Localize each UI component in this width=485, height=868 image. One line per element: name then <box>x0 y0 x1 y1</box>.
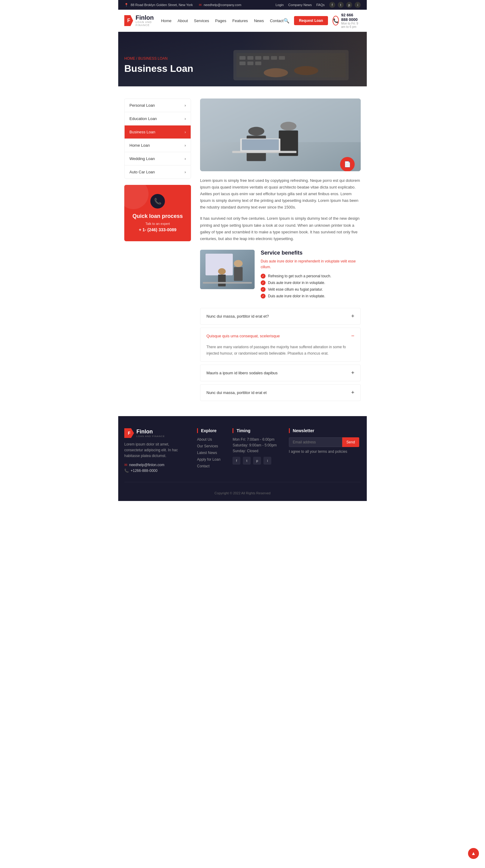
nav-features[interactable]: Features <box>233 19 248 23</box>
newsletter-email-input[interactable] <box>289 437 342 447</box>
service-benefits: Service benefits Duis aute irure dolor i… <box>200 250 361 300</box>
footer-link-contact[interactable]: Contact <box>197 464 220 468</box>
cta-title: Quick loan process <box>130 213 185 219</box>
footer-link-apply-loan[interactable]: Apply for Loan <box>197 457 220 462</box>
instagram-icon[interactable]: i <box>355 2 361 8</box>
footer-timing: Timing Mon Fri: 7:00am - 6:00pm Saturday… <box>233 428 276 474</box>
breadcrumb-separator: / <box>136 56 138 61</box>
logo[interactable]: F Finlon LOAN AND FINANCE <box>124 14 161 27</box>
main-paragraph-2: It has survived not only five centuries.… <box>200 215 361 242</box>
nav-pages[interactable]: Pages <box>215 19 226 23</box>
svg-point-27 <box>218 268 225 275</box>
sidebar-item-wedding-loan[interactable]: Wedding Loan › <box>125 152 191 165</box>
sidebar-cta: 📞 Quick loan process Talk to an expert +… <box>124 185 191 241</box>
main-content: Personal Loan › Education Loan › Busines… <box>118 86 367 416</box>
chevron-right-icon: › <box>185 157 186 161</box>
main-image-inner <box>200 98 361 171</box>
footer-timing-title: Timing <box>233 428 276 433</box>
main-image: 📄 <box>200 98 361 171</box>
check-icon-2: ✓ <box>261 280 266 285</box>
benefit-item-2: ✓ Duis aute irure dolor in in voluptate. <box>261 280 361 285</box>
footer-link-our-services[interactable]: Our Services <box>197 444 220 448</box>
footer-desc: Lorem ipsum dolor sit amet, consectetur … <box>124 441 185 459</box>
footer-logo-text: Finlon LOAN AND FINANCE <box>137 429 165 438</box>
nav-about[interactable]: About <box>178 19 188 23</box>
phone-block: 📞 92 666 888 0000 Mon to Fri: 9 am to 6 … <box>333 13 361 29</box>
footer-newsletter-title: Newsletter <box>289 428 359 433</box>
footer-facebook-icon[interactable]: f <box>233 457 240 465</box>
check-icon-4: ✓ <box>261 294 266 299</box>
footer-link-latest-news[interactable]: Latest News <box>197 451 220 455</box>
topbar-faqs[interactable]: FAQs <box>316 3 325 7</box>
benefits-desc: Duis aute irure dolor in reprehenderit i… <box>261 258 361 270</box>
hero-content: HOME / BUSINESS LOAN Business Loan <box>124 56 361 74</box>
sidebar-item-auto-car-loan[interactable]: Auto Car Loan › <box>125 165 191 179</box>
accordion-header-2[interactable]: Quisque quis urna consequat, scelerisque… <box>200 328 360 344</box>
benefits-title: Service benefits <box>261 250 361 256</box>
sidebar-item-personal-loan[interactable]: Personal Loan › <box>125 99 191 112</box>
search-button[interactable]: 🔍 <box>283 18 290 24</box>
footer-twitter-icon[interactable]: t <box>243 457 251 465</box>
chevron-right-icon: › <box>185 170 186 174</box>
accordion-toggle-1[interactable]: + <box>351 313 354 319</box>
footer-instagram-icon[interactable]: i <box>264 457 271 465</box>
benefit-item-3: ✓ Velit esse cillum eu fugiat pariatur. <box>261 287 361 292</box>
footer-timing-sunday: Sunday: Closed <box>233 449 276 453</box>
newsletter-input-group: Send <box>289 437 359 447</box>
topbar-company-news[interactable]: Company News <box>288 3 312 7</box>
email-icon: ✉ <box>124 463 127 467</box>
topbar-social: f t p i <box>329 2 361 8</box>
phone-text: 92 666 888 0000 Mon to Fri: 9 am to 6 pm <box>341 13 361 29</box>
accordion-item-3: Mauris a ipsum id libero sodales dapibus… <box>200 365 361 381</box>
breadcrumb-home[interactable]: HOME <box>124 56 135 61</box>
logo-icon: F <box>124 15 133 26</box>
newsletter-send-button[interactable]: Send <box>342 437 359 447</box>
footer-logo-icon: F <box>124 428 134 438</box>
benefits-image <box>200 250 254 289</box>
cta-phone[interactable]: + 1- (246) 333-0089 <box>130 227 185 232</box>
footer: F Finlon LOAN AND FINANCE Lorem ipsum do… <box>118 416 367 501</box>
sidebar-item-education-loan[interactable]: Education Loan › <box>125 112 191 125</box>
footer-bottom: Copyright © 2022 All Rights Reserved <box>124 488 361 495</box>
topbar-login[interactable]: Login <box>276 3 284 7</box>
svg-rect-29 <box>203 282 252 283</box>
topbar-address: 📍 88 Road Broklyn Golden Street, New Yor… <box>124 3 193 7</box>
nav-news[interactable]: News <box>254 19 264 23</box>
sidebar-menu: Personal Loan › Education Loan › Busines… <box>124 98 191 179</box>
footer-contact-email: ✉ needhelp@finlon.com <box>124 463 185 467</box>
accordion: Nunc dui massa, porttitor id erat et? + … <box>200 308 361 401</box>
footer-brand: F Finlon LOAN AND FINANCE Lorem ipsum do… <box>124 428 185 474</box>
breadcrumb: HOME / BUSINESS LOAN <box>124 56 361 61</box>
svg-point-18 <box>280 122 297 131</box>
hero-section: HOME / BUSINESS LOAN Business Loan <box>118 32 367 86</box>
benefit-item-4: ✓ Duis aute irure dolor in in voluptate. <box>261 294 361 299</box>
nav-home[interactable]: Home <box>161 19 172 23</box>
accordion-toggle-2[interactable]: − <box>351 333 354 339</box>
footer-pinterest-icon[interactable]: p <box>253 457 261 465</box>
twitter-icon[interactable]: t <box>338 2 344 8</box>
request-loan-button[interactable]: Request Loan <box>294 16 328 25</box>
accordion-header-4[interactable]: Nunc dui massa, porttitor id erat et + <box>200 384 360 401</box>
facebook-icon[interactable]: f <box>329 2 335 8</box>
phone-cta-icon: 📞 <box>150 194 165 209</box>
sidebar-item-home-loan[interactable]: Home Loan › <box>125 139 191 152</box>
footer-link-about-us[interactable]: About Us <box>197 437 220 441</box>
nav-contact[interactable]: Contact <box>270 19 283 23</box>
check-icon-3: ✓ <box>261 287 266 292</box>
accordion-header-1[interactable]: Nunc dui massa, porttitor id erat et? + <box>200 308 360 324</box>
footer-contact-phone: 📞 +1266-888-0000 <box>124 469 185 473</box>
breadcrumb-current: BUSINESS LOAN <box>138 56 168 61</box>
accordion-header-3[interactable]: Mauris a ipsum id libero sodales dapibus… <box>200 365 360 381</box>
nav-services[interactable]: Services <box>194 19 209 23</box>
chevron-right-icon: › <box>185 143 186 148</box>
main-area: 📄 Lorem ipsum is simply free text used b… <box>200 98 361 404</box>
main-nav: Home About Services Pages Features News … <box>161 19 283 23</box>
header-right: 🔍 Request Loan 📞 92 666 888 0000 Mon to … <box>283 13 361 29</box>
accordion-toggle-4[interactable]: + <box>351 390 354 396</box>
svg-point-16 <box>248 127 264 136</box>
topbar-left: 📍 88 Road Broklyn Golden Street, New Yor… <box>124 3 241 7</box>
pinterest-icon[interactable]: p <box>346 2 352 8</box>
accordion-toggle-3[interactable]: + <box>351 370 354 376</box>
sidebar-item-business-loan[interactable]: Business Loan › <box>125 125 191 139</box>
topbar: 📍 88 Road Broklyn Golden Street, New Yor… <box>118 0 367 10</box>
